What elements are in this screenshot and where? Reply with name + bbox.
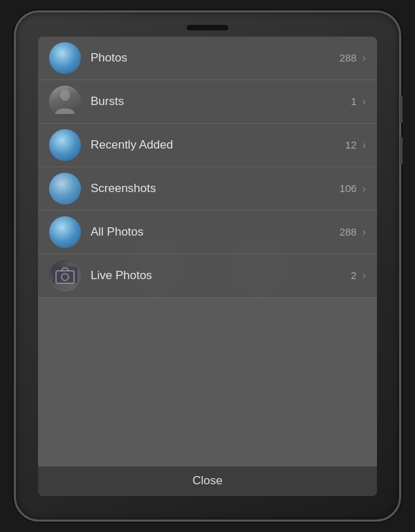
svg-point-0 (60, 90, 70, 101)
side-button-top[interactable] (400, 95, 403, 123)
thumb-live-photos (49, 260, 81, 292)
count-live-photos: 2 (351, 269, 356, 281)
list-item-all-photos[interactable]: All Photos 288 › (38, 211, 377, 254)
thumb-all-photos (49, 216, 81, 248)
chevron-all-photos: › (362, 226, 366, 238)
close-bar[interactable]: Close (38, 466, 377, 496)
count-recently-added: 12 (345, 139, 357, 151)
list-item-photos[interactable]: Photos 288 › (38, 37, 377, 80)
list-item-live-photos[interactable]: Live Photos 2 › (38, 254, 377, 298)
chevron-live-photos: › (362, 269, 366, 282)
thumb-screenshots (49, 173, 81, 205)
thumb-bursts (49, 86, 81, 117)
label-photos: Photos (91, 51, 340, 65)
count-photos: 288 (340, 52, 357, 64)
chevron-screenshots: › (362, 182, 366, 195)
label-live-photos: Live Photos (91, 269, 351, 283)
list-item-screenshots[interactable]: Screenshots 106 › (38, 167, 377, 211)
count-bursts: 1 (351, 95, 356, 107)
person-icon (55, 89, 75, 114)
label-screenshots: Screenshots (91, 182, 340, 196)
thumb-recently-added (49, 129, 81, 161)
close-label: Close (192, 474, 222, 488)
tablet-frame: Photos 288 › Bursts 1 › Recently Added (14, 10, 401, 522)
list-item-recently-added[interactable]: Recently Added 12 › (38, 124, 377, 167)
count-all-photos: 288 (340, 226, 357, 238)
svg-point-2 (62, 274, 68, 281)
screen: Photos 288 › Bursts 1 › Recently Added (38, 37, 377, 496)
thumb-photos (49, 42, 81, 74)
chevron-recently-added: › (362, 139, 366, 151)
list-item-bursts[interactable]: Bursts 1 › (38, 80, 377, 124)
chevron-photos: › (362, 52, 366, 64)
side-button-mid[interactable] (400, 137, 403, 164)
album-list: Photos 288 › Bursts 1 › Recently Added (38, 37, 377, 466)
camera-icon (55, 265, 75, 286)
label-recently-added: Recently Added (91, 138, 345, 152)
chevron-bursts: › (362, 95, 366, 108)
count-screenshots: 106 (340, 182, 357, 194)
svg-rect-1 (56, 271, 74, 283)
label-all-photos: All Photos (91, 225, 340, 239)
label-bursts: Bursts (91, 95, 351, 108)
